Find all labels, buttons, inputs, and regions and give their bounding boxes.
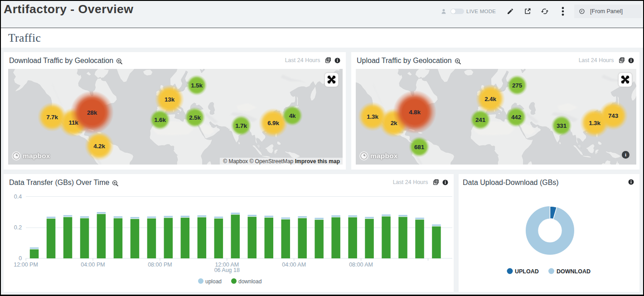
svg-text:download: download xyxy=(238,278,261,285)
svg-text:08:00 AM: 08:00 AM xyxy=(349,262,373,268)
svg-text:06 Aug 18: 06 Aug 18 xyxy=(214,267,240,273)
svg-text:0.2: 0.2 xyxy=(14,224,22,231)
svg-text:UPLOAD: UPLOAD xyxy=(515,268,539,275)
svg-text:DOWNLOAD: DOWNLOAD xyxy=(557,268,591,275)
svg-text:12:00 PM: 12:00 PM xyxy=(14,262,38,268)
svg-text:0.4: 0.4 xyxy=(14,194,22,200)
svg-text:04:00 AM: 04:00 AM xyxy=(282,262,306,268)
svg-text:04:00 PM: 04:00 PM xyxy=(81,262,105,268)
svg-text:08:00 PM: 08:00 PM xyxy=(148,262,172,268)
svg-text:upload: upload xyxy=(205,278,222,285)
svg-text:0: 0 xyxy=(19,255,22,262)
